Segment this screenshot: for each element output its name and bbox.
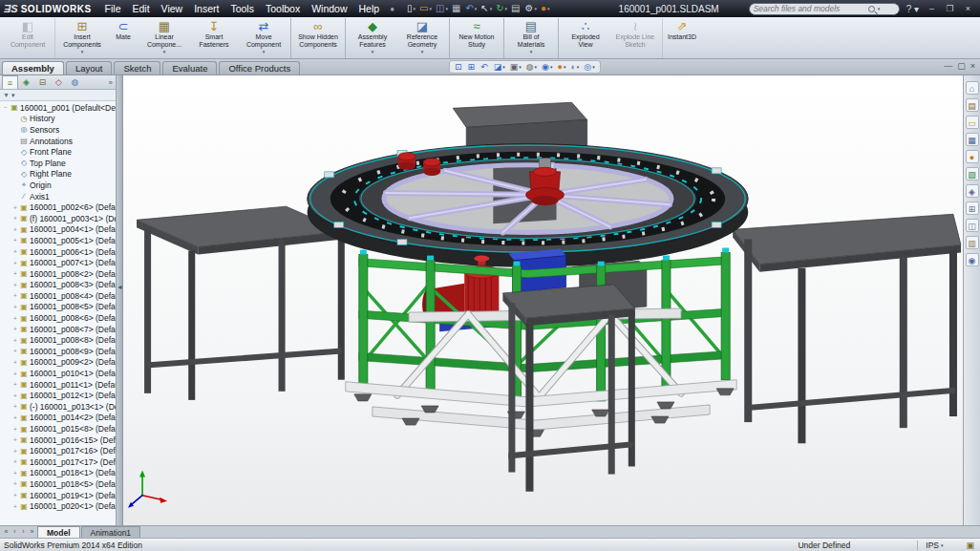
- select-button[interactable]: ↖ ▾: [479, 1, 494, 16]
- tree-item[interactable]: + ▣ 160001_p010<1> (Default: [0, 368, 116, 379]
- tree-item[interactable]: + ▣ 160001_p020<1> (Default: [0, 500, 116, 512]
- smart-fasteners-button[interactable]: ↧ Smart Fasteners: [189, 18, 239, 58]
- expander-icon[interactable]: +: [11, 282, 19, 288]
- hide-show-items-button[interactable]: ◉ ▾: [540, 62, 554, 72]
- tab-layout[interactable]: Layout: [66, 61, 113, 74]
- tree-item[interactable]: ◇ Front Plane: [0, 146, 116, 158]
- expander-icon[interactable]: +: [11, 248, 19, 255]
- edit-component-button[interactable]: ◧ Edit Component: [3, 18, 55, 58]
- options-button[interactable]: ⚙ ▾: [523, 1, 539, 16]
- help-button[interactable]: ? ▾: [906, 4, 919, 14]
- tab-scroll-button[interactable]: »: [28, 526, 36, 538]
- expander-icon[interactable]: +: [11, 436, 19, 443]
- menu-item[interactable]: Edit: [127, 0, 156, 17]
- view-orientation-button[interactable]: ▣ ▾: [508, 62, 523, 72]
- menu-item[interactable]: View: [156, 0, 189, 17]
- minimize-button[interactable]: –: [926, 4, 938, 13]
- tree-item[interactable]: + ▣ 160001_p017<16> (Defaul: [0, 445, 116, 456]
- show-hidden-components-button[interactable]: ∞ Show Hidden Components: [293, 18, 346, 58]
- tree-item[interactable]: + ▣ 160001_p012<1> (Default: [0, 390, 116, 401]
- tree-item[interactable]: + ▣ 160001_p006<1> (Default: [0, 246, 116, 258]
- zoom-fit-button[interactable]: ⊡: [453, 62, 465, 72]
- search-icon[interactable]: [868, 6, 875, 12]
- taskpane-extra-tab-1[interactable]: ◈: [966, 184, 979, 198]
- menu-item[interactable]: Toolbox: [260, 0, 306, 17]
- tree-item[interactable]: + ▣ 160001_p019<1> (Default: [0, 490, 116, 501]
- expander-icon[interactable]: +: [11, 503, 19, 510]
- expander-icon[interactable]: +: [11, 270, 19, 277]
- search-dropdown-icon[interactable]: ▾: [878, 6, 881, 11]
- units-selector[interactable]: IPS ▾: [917, 540, 943, 550]
- taskpane-extra-tab-3[interactable]: ◫: [966, 219, 979, 232]
- tree-item[interactable]: + ▣ 160001_p004<1> (Default: [0, 224, 116, 236]
- expander-icon[interactable]: −: [2, 104, 10, 111]
- linear-component-pattern-button[interactable]: ▦ Linear Compone... ▾: [139, 18, 189, 58]
- model-tab[interactable]: Model: [37, 526, 80, 538]
- taskpane-file-explorer-tab[interactable]: ▭: [966, 116, 979, 129]
- zoom-area-button[interactable]: ⊞: [466, 62, 479, 72]
- tab-scroll-button[interactable]: «: [2, 526, 11, 538]
- insert-components-button[interactable]: ⊞ Insert Components ▾: [57, 18, 107, 58]
- instant3d-button[interactable]: ⇗ Instant3D: [665, 18, 699, 58]
- tree-item[interactable]: + ▣ 160001_p008<7> (Default: [0, 324, 116, 335]
- tree-item[interactable]: + ▣ 160001_p017<17> (Defaul: [0, 456, 116, 468]
- file-properties-button[interactable]: ▤: [509, 1, 522, 16]
- tree-item[interactable]: ▤ Annotations: [0, 136, 116, 147]
- tree-item[interactable]: + ▣ 160001_p008<3> (Default: [0, 280, 116, 291]
- view-settings-button[interactable]: ◎ ▾: [582, 62, 596, 72]
- tree-item[interactable]: + ▣ 160001_p011<1> (Default: [0, 379, 116, 391]
- expander-icon[interactable]: +: [11, 226, 19, 233]
- expander-icon[interactable]: +: [11, 292, 19, 299]
- taskpane-design-library-tab[interactable]: ▤: [966, 98, 979, 112]
- tree-item[interactable]: + ▣ 160001_p007<1> (Default: [0, 257, 116, 268]
- tree-item[interactable]: + ▣ 160001_p018<1> (Default: [0, 468, 116, 479]
- panel-splitter[interactable]: ◄: [117, 75, 123, 525]
- expander-icon[interactable]: +: [11, 215, 19, 222]
- assembly-3d-view[interactable]: [123, 75, 963, 525]
- tree-item[interactable]: + ▣ 160001_p015<8> (Default: [0, 423, 116, 434]
- menu-item[interactable]: Help: [353, 0, 386, 17]
- tree-item[interactable]: + ▣ 160001_p002<6> (Default: [0, 201, 116, 213]
- search-input[interactable]: [754, 4, 866, 13]
- menu-item[interactable]: Window: [306, 0, 352, 17]
- taskpane-appearances-tab[interactable]: ●: [966, 150, 979, 163]
- expander-icon[interactable]: +: [11, 414, 19, 421]
- expander-icon[interactable]: +: [11, 403, 19, 410]
- expander-icon[interactable]: +: [11, 392, 19, 399]
- tree-item[interactable]: + ▣ 160001_p008<9> (Default: [0, 346, 116, 357]
- tree-item[interactable]: ◷ History: [0, 114, 116, 125]
- exploded-view-button[interactable]: ∴ Exploded View: [561, 18, 610, 58]
- open-button[interactable]: ▭ ▾: [417, 1, 434, 16]
- expander-icon[interactable]: +: [11, 381, 19, 388]
- menu-item[interactable]: Tools: [224, 0, 260, 17]
- tree-item[interactable]: + ▣ 160001_p018<5> (Default: [0, 478, 116, 490]
- taskpane-resources-tab[interactable]: ⌂: [966, 81, 979, 95]
- expander-icon[interactable]: +: [11, 260, 19, 266]
- expander-icon[interactable]: +: [11, 315, 19, 322]
- taskpane-extra-tab-5[interactable]: ◉: [966, 253, 979, 266]
- taskpane-extra-tab-4[interactable]: ▥: [966, 236, 979, 249]
- display-style-button[interactable]: ◍ ▾: [524, 62, 539, 72]
- tab-assembly[interactable]: Assembly: [2, 61, 64, 74]
- expander-icon[interactable]: +: [11, 337, 19, 344]
- expander-icon[interactable]: +: [11, 326, 19, 332]
- expander-icon[interactable]: +: [11, 470, 19, 477]
- doc-close-button[interactable]: ×: [970, 61, 975, 71]
- tree-item[interactable]: ⌖ Origin: [0, 180, 116, 191]
- featuremanager-tab[interactable]: ≡: [2, 75, 18, 89]
- expander-icon[interactable]: +: [11, 448, 19, 455]
- save-button[interactable]: ◫ ▾: [434, 1, 450, 16]
- expander-icon[interactable]: +: [11, 204, 19, 211]
- configurationmanager-tab[interactable]: ⊟: [34, 75, 51, 89]
- tab-evaluate[interactable]: Evaluate: [162, 61, 217, 74]
- taskpane-extra-tab-2[interactable]: ⊞: [966, 201, 979, 215]
- expander-icon[interactable]: +: [11, 348, 19, 354]
- taskpane-custom-properties-tab[interactable]: ▧: [966, 167, 979, 180]
- tab-sketch[interactable]: Sketch: [114, 61, 160, 74]
- appearance-button[interactable]: ● ▾: [539, 1, 552, 16]
- tree-item[interactable]: + ▣ (f) 160001_p003<1> (Defa: [0, 213, 116, 224]
- tree-item[interactable]: + ▣ 160001_p008<2> (Default: [0, 268, 116, 280]
- tree-item[interactable]: + ▣ 160001_p008<8> (Default: [0, 334, 116, 346]
- edit-appearance-button[interactable]: ● ▾: [555, 62, 567, 72]
- maximize-button[interactable]: ❐: [944, 4, 956, 13]
